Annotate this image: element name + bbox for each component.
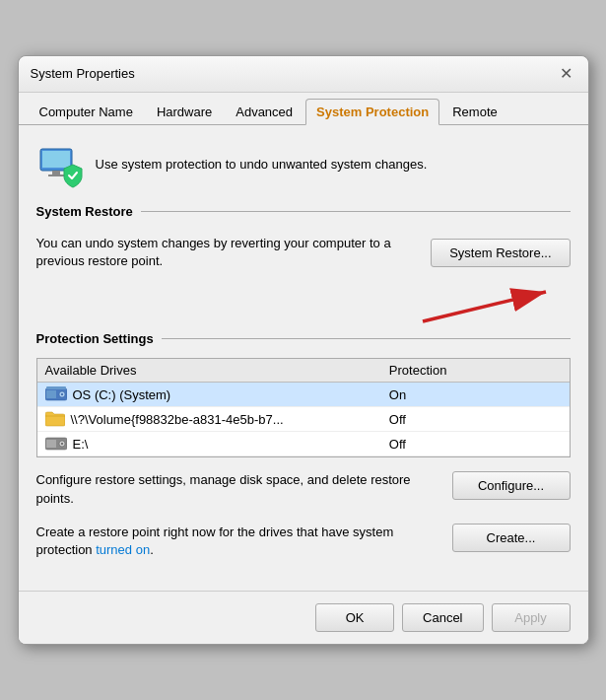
svg-line-5 (423, 292, 546, 321)
dialog-footer: OK Cancel Apply (19, 591, 588, 644)
svg-rect-12 (46, 440, 56, 448)
header-protection: Protection (389, 363, 562, 378)
protection-cell: Off (389, 412, 562, 427)
svg-point-14 (61, 443, 63, 445)
configure-button[interactable]: Configure... (452, 471, 571, 500)
svg-rect-10 (46, 386, 66, 389)
drive-cell: OS (C:) (System) (45, 386, 389, 402)
section-divider (141, 211, 571, 212)
create-text-part1: Create a restore point right now for the… (36, 525, 394, 557)
arrow-icon (403, 284, 561, 328)
table-header: Available Drives Protection (37, 359, 570, 383)
cancel-button[interactable]: Cancel (402, 603, 483, 632)
close-button[interactable]: ✕ (557, 64, 576, 84)
svg-rect-3 (48, 175, 64, 176)
tab-advanced[interactable]: Advanced (225, 99, 303, 124)
folder-icon (45, 411, 65, 427)
create-button[interactable]: Create... (452, 524, 571, 552)
configure-text: Configure restore settings, manage disk … (36, 471, 437, 507)
tab-system-protection[interactable]: System Protection (305, 99, 439, 125)
system-restore-title: System Restore (36, 204, 133, 219)
header-drives: Available Drives (45, 363, 389, 378)
hdd-icon (45, 386, 67, 402)
svg-rect-2 (52, 171, 60, 175)
tab-computer-name[interactable]: Computer Name (29, 99, 144, 124)
tab-hardware[interactable]: Hardware (146, 99, 223, 124)
drive-label: OS (C:) (System) (73, 387, 171, 402)
drive-label: E:\ (73, 437, 89, 452)
restore-description: You can undo system changes by reverting… (36, 235, 416, 270)
info-banner-text: Use system protection to undo unwanted s… (96, 156, 428, 174)
dialog-title: System Properties (31, 66, 135, 81)
tab-remote[interactable]: Remote (441, 99, 508, 124)
system-restore-button[interactable]: System Restore... (431, 239, 570, 267)
protection-cell: On (389, 387, 562, 402)
drive-cell: \\?\Volume{f98832be-a831-4e5b-b7... (45, 411, 389, 427)
removable-drive-icon (45, 436, 67, 452)
drives-table: Available Drives Protection OS (C:) (Sys… (36, 358, 571, 457)
drive-label: \\?\Volume{f98832be-a831-4e5b-b7... (71, 412, 284, 427)
create-row: Create a restore point right now for the… (36, 524, 571, 559)
restore-row: You can undo system changes by reverting… (36, 231, 571, 274)
tab-bar: Computer Name Hardware Advanced System P… (19, 93, 588, 125)
protection-settings-title: Protection Settings (36, 331, 154, 346)
protection-settings-header: Protection Settings (36, 331, 571, 346)
apply-button[interactable]: Apply (492, 603, 571, 632)
create-text-period: . (150, 542, 154, 557)
create-text-link: turned on (96, 542, 150, 557)
system-protection-icon (36, 141, 84, 188)
svg-rect-1 (42, 151, 70, 168)
table-row[interactable]: OS (C:) (System) On (37, 383, 570, 407)
svg-rect-7 (46, 390, 56, 398)
system-properties-dialog: System Properties ✕ Computer Name Hardwa… (18, 55, 589, 645)
table-row[interactable]: E:\ Off (37, 432, 570, 456)
ok-button[interactable]: OK (315, 603, 394, 632)
create-text: Create a restore point right now for the… (36, 524, 437, 559)
protection-cell: Off (389, 437, 562, 452)
title-bar: System Properties ✕ (19, 56, 588, 93)
info-banner: Use system protection to undo unwanted s… (36, 141, 571, 188)
drive-cell: E:\ (45, 436, 389, 452)
tab-content: Use system protection to undo unwanted s… (19, 125, 588, 591)
arrow-container (36, 294, 571, 323)
section-divider-2 (162, 338, 571, 339)
svg-point-9 (61, 393, 63, 395)
configure-row: Configure restore settings, manage disk … (36, 471, 571, 507)
system-restore-header: System Restore (36, 204, 571, 219)
table-row[interactable]: \\?\Volume{f98832be-a831-4e5b-b7... Off (37, 407, 570, 432)
